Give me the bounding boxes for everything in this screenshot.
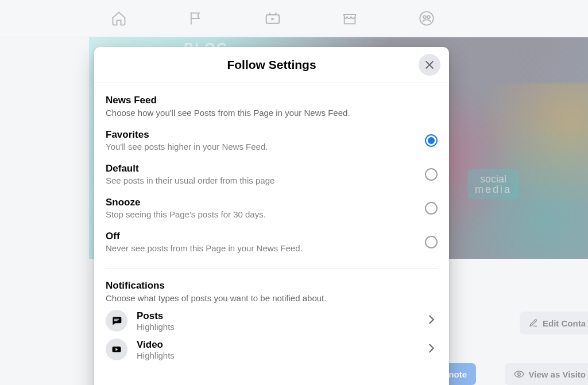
option-default[interactable]: Default See posts in their usual order f… (106, 163, 438, 185)
marketplace-icon[interactable] (340, 9, 359, 28)
radio-off[interactable] (425, 236, 438, 248)
option-favorites-label: Favorites (106, 129, 268, 141)
modal-header: Follow Settings (94, 47, 449, 83)
notifications-description: Choose what types of posts you want to b… (106, 293, 438, 303)
top-navigation (0, 0, 588, 37)
video-icon[interactable] (263, 9, 283, 28)
svg-point-1 (420, 11, 433, 25)
follow-settings-modal: Follow Settings News Feed Choose how you… (94, 47, 449, 385)
notifications-heading: Notifications (106, 280, 438, 291)
notification-posts-sub: Highlights (137, 322, 416, 332)
chevron-right-icon (425, 313, 438, 328)
option-off-desc: Never see posts from this Page in your N… (106, 243, 303, 253)
notification-row-posts[interactable]: Posts Highlights (106, 310, 438, 332)
modal-body: News Feed Choose how you'll see Posts fr… (94, 83, 449, 360)
option-snooze-label: Snooze (106, 197, 266, 208)
option-favorites[interactable]: Favorites You'll see posts higher in you… (106, 129, 438, 151)
notification-posts-label: Posts (137, 310, 416, 322)
bg-social-line1: social (480, 174, 506, 184)
news-feed-description: Choose how you'll see Posts from this Pa… (106, 108, 438, 118)
bg-social-line2: media (475, 184, 512, 195)
svg-rect-6 (114, 320, 118, 321)
promote-label: note (448, 370, 467, 379)
svg-rect-5 (114, 319, 119, 320)
close-button[interactable] (419, 54, 440, 76)
edit-cover-button[interactable]: Edit Conta (520, 312, 588, 335)
option-snooze-desc: Stop seeing this Page's posts for 30 day… (106, 209, 266, 219)
section-divider (106, 268, 438, 269)
view-as-visitor-button[interactable]: View as Visito (505, 363, 589, 385)
svg-point-4 (517, 373, 520, 376)
close-icon (424, 59, 435, 71)
bg-left-gutter (0, 37, 89, 259)
modal-title: Follow Settings (227, 58, 316, 72)
video-icon (106, 339, 127, 360)
option-off-label: Off (106, 231, 303, 242)
radio-favorites[interactable] (425, 134, 438, 147)
notification-video-sub: Highlights (137, 351, 416, 360)
flag-icon[interactable] (186, 9, 206, 28)
notification-row-video[interactable]: Video Highlights (106, 339, 438, 360)
posts-icon (106, 310, 127, 332)
edit-cover-label: Edit Conta (543, 318, 586, 328)
groups-icon[interactable] (417, 9, 436, 28)
option-default-label: Default (106, 163, 274, 174)
radio-default[interactable] (425, 168, 438, 181)
svg-point-2 (423, 15, 426, 18)
bg-social-badge: social media (467, 169, 519, 199)
home-icon[interactable] (109, 9, 129, 28)
news-feed-heading: News Feed (106, 95, 438, 106)
radio-snooze[interactable] (425, 202, 438, 215)
view-as-visitor-label: View as Visito (529, 370, 586, 379)
svg-point-3 (427, 15, 430, 18)
notification-video-label: Video (137, 339, 416, 351)
option-off[interactable]: Off Never see posts from this Page in yo… (106, 231, 438, 253)
option-favorites-desc: You'll see posts higher in your News Fee… (106, 142, 268, 151)
chevron-right-icon (425, 342, 438, 357)
option-default-desc: See posts in their usual order from this… (106, 176, 274, 185)
option-snooze[interactable]: Snooze Stop seeing this Page's posts for… (106, 197, 438, 219)
